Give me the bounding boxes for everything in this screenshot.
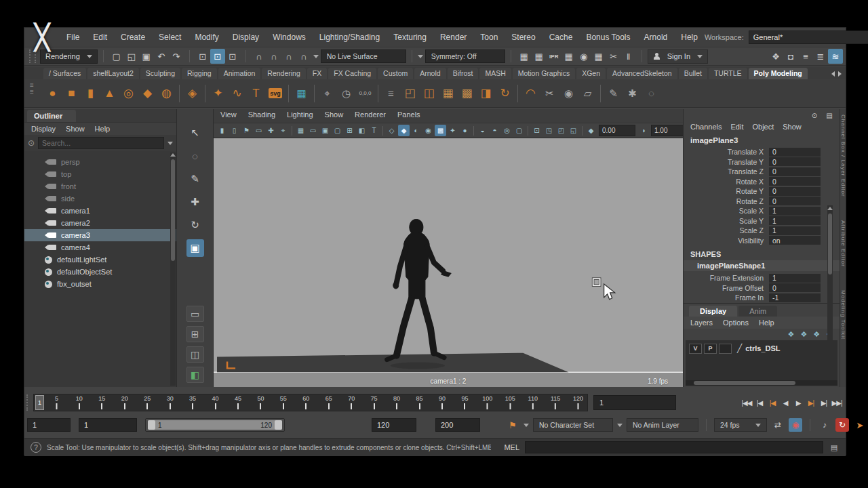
attribute-value-field[interactable]: on (769, 236, 821, 245)
outliner-item[interactable]: front (24, 180, 176, 192)
play-forwards-button[interactable]: ▶ (793, 396, 804, 409)
animation-end-field[interactable]: 200 (435, 418, 480, 432)
image-mask-icon[interactable]: ◱ (568, 125, 579, 136)
shelf-tab[interactable]: XGen (576, 68, 606, 79)
menu-item[interactable]: Bonus Tools (579, 33, 637, 42)
exposure-icon[interactable]: ◆ (585, 125, 597, 136)
poly-cylinder-icon[interactable]: ▮ (81, 83, 100, 104)
relax-brush-icon[interactable]: ◌ (642, 83, 660, 104)
image-plane-icon[interactable]: ▭ (253, 125, 264, 136)
separator[interactable] (471, 125, 476, 136)
outliner-item[interactable]: persp (24, 156, 176, 168)
chevron-down-icon[interactable] (313, 55, 319, 58)
anim-layer-selector[interactable]: No Anim Layer (627, 418, 698, 432)
scroll-right-icon[interactable] (838, 71, 842, 77)
open-scene-icon[interactable]: ◱ (124, 49, 139, 64)
layer-editor-tab[interactable]: Anim (738, 306, 777, 317)
target-weld-icon[interactable]: ◉ (559, 83, 578, 104)
side-tab[interactable]: Modeling Toolkit (840, 290, 846, 340)
auto-keyframe-icon[interactable]: ◉ (789, 418, 802, 432)
side-tab[interactable]: Channel Box / Layer Editor (840, 115, 846, 197)
new-scene-icon[interactable]: ▢ (109, 49, 124, 64)
scale-tool-icon[interactable]: ▣ (186, 239, 204, 257)
shelf-tab[interactable]: shelfLayout2 (87, 68, 139, 79)
menu-item[interactable]: Cache (542, 33, 580, 42)
tool-settings-toggle-icon[interactable]: ≣ (813, 49, 828, 64)
channel-box-menu-item[interactable]: Show (783, 123, 802, 131)
shelf-tab[interactable]: Animation (218, 68, 261, 79)
hypershade-icon[interactable]: ◉ (576, 49, 591, 64)
symmetry-field[interactable]: Symmetry: Off (425, 49, 505, 63)
separator[interactable] (380, 125, 385, 136)
copy-view-icon[interactable]: ◳ (543, 125, 555, 136)
poly-torus-icon[interactable]: ◎ (119, 83, 138, 104)
poly-disc-icon[interactable]: ◍ (157, 83, 176, 104)
search-input[interactable] (38, 137, 164, 149)
gate-mask-icon[interactable]: ▢ (332, 125, 343, 136)
layer-editor-menu-item[interactable]: Options (723, 319, 749, 327)
gamma-field[interactable]: 1.00 (651, 125, 683, 136)
current-frame-marker[interactable]: 1 (35, 395, 44, 410)
sweep-mesh-icon[interactable]: ∿ (228, 83, 246, 104)
custom-layout-icon[interactable]: ◧ (186, 367, 204, 383)
viewport-menu-item[interactable]: Renderer (355, 110, 386, 123)
shelf-tab[interactable]: Motion Graphics (513, 68, 575, 79)
mel-command-input[interactable] (525, 441, 823, 453)
separator[interactable] (580, 125, 585, 136)
outliner-menu-item[interactable]: Show (66, 125, 85, 133)
attribute-value-field[interactable]: 1 (769, 226, 821, 235)
outliner-scrollbar[interactable] (170, 152, 176, 386)
attribute-value-field[interactable]: 0 (769, 177, 821, 186)
attribute-value-field[interactable]: 0 (769, 148, 821, 157)
paste-view-icon[interactable]: ◰ (555, 125, 567, 136)
character-set-selector[interactable]: No Character Set (533, 418, 613, 432)
character-controls-icon[interactable]: ◘ (783, 49, 798, 64)
pause-icon[interactable]: ‖ (621, 49, 636, 64)
sound-icon[interactable]: ♪ (818, 418, 831, 432)
time-slider[interactable]: 5101520253035404550556065707580859095100… (33, 394, 588, 411)
attribute-value-field[interactable]: 0 (769, 283, 821, 292)
render-current-frame-icon[interactable]: ▦ (532, 49, 547, 64)
boolean-union-icon[interactable]: ▦ (439, 83, 457, 104)
channel-box-toggle-icon[interactable]: ≋ (828, 49, 843, 64)
chevron-down-icon[interactable] (167, 142, 173, 145)
menu-item[interactable]: Toon (473, 33, 505, 42)
shelf-tab[interactable]: Rendering (262, 68, 305, 79)
viewport-canvas[interactable]: camera1 : 2 1.9 fps (214, 138, 683, 387)
platonic-solid-icon[interactable]: ◈ (183, 83, 201, 104)
shadows-icon[interactable]: ● (459, 125, 471, 136)
safe-action-icon[interactable]: ◧ (356, 125, 368, 136)
super-shape-icon[interactable]: ✦ (209, 83, 227, 104)
quad-draw-icon[interactable]: ▱ (578, 83, 597, 104)
separate-icon[interactable]: ◫ (420, 83, 438, 104)
live-surface-field[interactable]: No Live Surface (321, 49, 406, 63)
layer-scrollbar[interactable] (686, 380, 837, 386)
poly-cube-icon[interactable]: ■ (62, 83, 81, 104)
xray-icon[interactable]: ◒ (477, 125, 488, 136)
status-grip[interactable] (29, 49, 36, 63)
smooth-brush-icon[interactable]: ✱ (623, 83, 642, 104)
step-forward-frame-button[interactable]: ▶| (818, 396, 829, 409)
separator[interactable] (515, 83, 521, 104)
shaded-icon[interactable]: ◆ (398, 125, 410, 136)
go-to-start-button[interactable]: |◀◀ (741, 396, 752, 409)
layer-editor-tab[interactable]: Display (689, 306, 737, 317)
menu-item[interactable]: Render (433, 33, 473, 42)
play-backwards-button[interactable]: ◀ (780, 396, 791, 409)
textured-placement-icon[interactable]: ▩ (435, 125, 446, 136)
attribute-value-field[interactable]: 0 (769, 187, 821, 196)
shape-node-name[interactable]: imagePlaneShape1 (684, 260, 840, 271)
select-object-icon[interactable]: ⊡ (210, 49, 225, 64)
outliner-item[interactable]: defaultObjectSet (24, 266, 176, 278)
isolate-select-icon[interactable]: ◎ (501, 125, 513, 136)
attribute-value-field[interactable]: 0 (769, 167, 821, 176)
resolution-gate-icon[interactable]: ▣ (319, 125, 331, 136)
step-back-key-button[interactable]: |◀ (767, 396, 778, 409)
outliner-item[interactable]: camera3 (24, 229, 176, 241)
four-pane-layout-icon[interactable]: ⊞ (186, 326, 204, 342)
viewport-menu-item[interactable]: Panels (397, 110, 420, 123)
set-key-character-icon[interactable]: ➤ (853, 418, 867, 432)
channel-box-menu-item[interactable]: Edit (730, 123, 743, 131)
range-bar[interactable]: 1 120 (148, 420, 282, 430)
range-slider[interactable]: 1 120 (145, 418, 285, 432)
